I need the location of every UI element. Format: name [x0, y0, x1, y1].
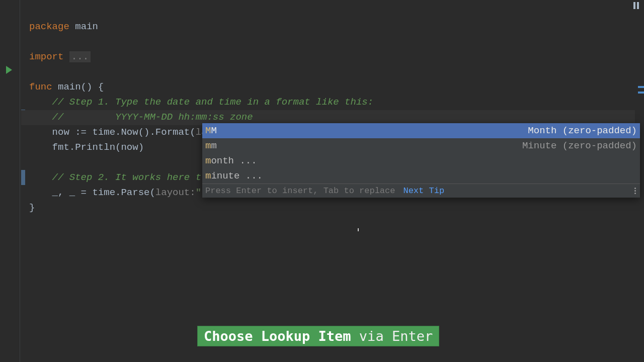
comment-line: // Step 1. Type the date and time in a f… — [52, 97, 374, 108]
pause-icon[interactable] — [633, 2, 639, 9]
code-line: _, _ = time.Parse( — [52, 187, 155, 198]
code-line: now := time.Now().Format( — [52, 127, 196, 138]
completion-match: M — [205, 125, 211, 136]
completion-label: m — [211, 140, 216, 151]
run-icon[interactable] — [6, 66, 12, 74]
param-hint: layout: — [155, 187, 196, 198]
tooltip-via: via Enter — [351, 328, 433, 344]
keyword-package: package — [29, 21, 69, 32]
completion-match: m — [205, 140, 211, 151]
line-change-marker — [21, 170, 25, 185]
string-literal: " — [196, 187, 201, 198]
completion-label: onth ... — [211, 155, 257, 166]
completion-desc: Month (zero-padded) — [528, 124, 637, 137]
completion-item[interactable]: mm Minute (zero-padded) — [202, 138, 640, 153]
keyword-func: func — [29, 81, 52, 93]
more-icon[interactable] — [634, 188, 636, 194]
func-signature: main() { — [52, 81, 104, 93]
completion-popup: MM Month (zero-padded) mm Minute (zero-p… — [202, 123, 640, 198]
completion-desc: Minute (zero-padded) — [522, 139, 637, 152]
action-tooltip: Choose Lookup Item via Enter — [197, 326, 439, 346]
mouse-cursor — [358, 228, 359, 231]
comment-line: // Step 2. It works here t — [52, 172, 201, 183]
import-fold[interactable]: ... — [69, 51, 91, 62]
code-line: fmt.Println(now) — [52, 142, 144, 153]
completion-item[interactable]: month ... — [202, 153, 640, 168]
next-tip-link[interactable]: Next Tip — [403, 186, 444, 196]
completion-item[interactable]: MM Month (zero-padded) — [202, 123, 640, 138]
package-name: main — [69, 21, 98, 32]
editor-gutter — [0, 0, 20, 362]
completion-item[interactable]: minute ... — [202, 168, 640, 184]
closing-brace: } — [29, 202, 35, 213]
comment-line: // YYYY-MM-DD hh:mm:ss zone — [52, 112, 253, 123]
completion-label: M — [211, 125, 216, 136]
keyword-import: import — [29, 51, 63, 62]
completion-match: m — [205, 155, 211, 166]
completion-footer: Press Enter to insert, Tab to replace Ne… — [202, 184, 640, 198]
completion-match: m — [205, 170, 211, 182]
tooltip-action: Choose Lookup Item — [204, 328, 351, 344]
completion-hint: Press Enter to insert, Tab to replace — [205, 186, 395, 196]
scrollbar-marker — [638, 86, 644, 88]
completion-label: inute ... — [211, 170, 263, 182]
scrollbar-marker — [638, 92, 644, 94]
